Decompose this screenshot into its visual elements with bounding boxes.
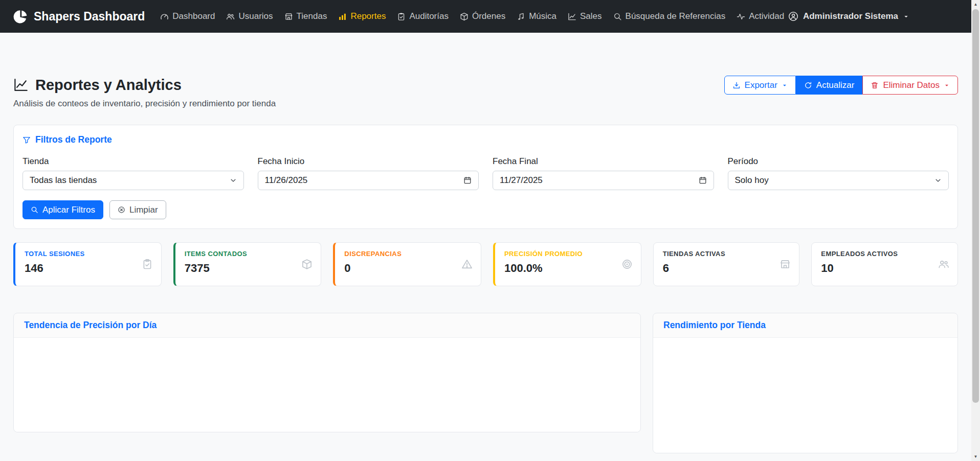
field-label: Tienda [23, 156, 244, 167]
clear-filters-button[interactable]: Limpiar [109, 200, 166, 219]
stat-card-total-sesiones: TOTAL SESIONES 146 [13, 242, 162, 286]
people-icon [938, 259, 949, 270]
clipboard-icon [397, 12, 406, 21]
export-button-label: Exportar [745, 80, 777, 90]
music-note-icon [517, 12, 525, 21]
field-periodo: Período Solo hoy [728, 156, 949, 190]
stat-value: 146 [25, 262, 152, 275]
filters-title-text: Filtros de Reporte [35, 134, 112, 145]
page-title: Reportes y Analytics [13, 76, 276, 94]
speedometer-icon [160, 12, 169, 21]
nav-item-dashboard[interactable]: Dashboard [155, 7, 220, 26]
field-fecha-inicio: Fecha Inicio 11/26/2025 [258, 156, 479, 190]
stats-row: TOTAL SESIONES 146 ITEMS CONTADOS 7375 D… [13, 242, 958, 286]
chart-header: Rendimiento por Tienda [653, 313, 957, 338]
people-icon [226, 12, 235, 21]
chevron-down-icon [934, 177, 942, 184]
chart-title: Tendencia de Precisión por Día [24, 320, 157, 330]
nav-item-busqueda-referencias[interactable]: Búsqueda de Referencias [608, 7, 731, 26]
main-nav: Dashboard Usuarios Tiendas Reportes Audi… [155, 7, 788, 26]
refresh-button-label: Actualizar [816, 80, 855, 90]
trash-icon [871, 81, 879, 89]
tienda-select-value: Todas las tiendas [30, 175, 97, 186]
shop-icon [779, 259, 791, 270]
nav-item-ordenes[interactable]: Órdenes [455, 7, 510, 26]
chart-canvas [14, 338, 640, 432]
nav-item-actividad[interactable]: Actividad [731, 7, 789, 26]
nav-label: Auditorías [409, 11, 449, 21]
box-icon [460, 12, 469, 21]
warning-triangle-icon [461, 259, 473, 270]
stat-card-items-contados: ITEMS CONTADOS 7375 [173, 242, 322, 286]
calendar-icon[interactable] [463, 176, 472, 185]
refresh-icon [804, 81, 812, 89]
caret-down-icon [944, 82, 950, 88]
filter-actions: Aplicar Filtros Limpiar [23, 200, 949, 219]
stat-label: ITEMS CONTADOS [185, 250, 312, 258]
export-button[interactable]: Exportar [724, 76, 796, 95]
stat-label: TIENDAS ACTIVAS [663, 250, 790, 258]
nav-item-musica[interactable]: Música [511, 7, 562, 26]
pie-chart-logo-icon [13, 9, 28, 24]
page-title-text: Reportes y Analytics [35, 76, 182, 94]
stat-value: 10 [821, 262, 948, 275]
top-navbar: Shapers Dashboard Dashboard Usuarios Tie… [0, 0, 971, 33]
field-fecha-final: Fecha Final 11/27/2025 [493, 156, 714, 190]
stat-card-discrepancias: DISCREPANCIAS 0 [333, 242, 481, 286]
fecha-inicio-value: 11/26/2025 [265, 175, 308, 186]
stat-label: PRECISIÓN PROMEDIO [504, 250, 632, 258]
x-circle-icon [118, 206, 125, 214]
calendar-icon[interactable] [699, 176, 707, 185]
stat-value: 0 [344, 262, 472, 275]
scrollbar-thumb[interactable] [972, 9, 979, 403]
fecha-final-value: 11/27/2025 [500, 175, 543, 186]
nav-item-sales[interactable]: Sales [563, 7, 607, 26]
header-actions: Exportar Actualizar Eliminar Datos [724, 76, 958, 95]
stat-value: 6 [663, 262, 790, 275]
chart-canvas [653, 338, 957, 453]
chart-card-precision-trend: Tendencia de Precisión por Día [13, 313, 641, 432]
nav-item-tiendas[interactable]: Tiendas [279, 7, 332, 26]
stat-card-empleados-activos: EMPLEADOS ACTIVOS 10 [811, 242, 958, 286]
caret-down-icon [903, 13, 909, 20]
chart-title: Rendimiento por Tienda [663, 320, 766, 330]
caret-down-icon [782, 82, 788, 88]
refresh-button[interactable]: Actualizar [796, 76, 863, 95]
stat-label: DISCREPANCIAS [344, 250, 472, 258]
funnel-icon [23, 136, 31, 144]
user-menu-label: Administrador Sistema [803, 11, 898, 21]
activity-icon [737, 12, 745, 21]
box-icon [301, 259, 313, 270]
brand[interactable]: Shapers Dashboard [13, 9, 145, 24]
page-content: Reportes y Analytics Análisis de conteos… [0, 76, 971, 453]
apply-filters-button[interactable]: Aplicar Filtros [23, 200, 103, 219]
nav-label: Actividad [749, 11, 784, 21]
page-subtitle: Análisis de conteos de inventario, preci… [13, 98, 276, 109]
nav-label: Órdenes [472, 11, 505, 21]
stat-value: 7375 [185, 262, 312, 275]
scroll-up-arrow-icon[interactable]: ▲ [971, 0, 980, 9]
clipboard-check-icon [142, 259, 153, 270]
nav-item-auditorias[interactable]: Auditorías [392, 7, 454, 26]
delete-data-button[interactable]: Eliminar Datos [862, 76, 958, 95]
nav-item-reportes[interactable]: Reportes [333, 7, 391, 26]
nav-item-usuarios[interactable]: Usuarios [221, 7, 278, 26]
chevron-down-icon [230, 177, 237, 184]
tienda-select[interactable]: Todas las tiendas [23, 171, 244, 190]
field-label: Fecha Inicio [258, 156, 479, 167]
user-menu[interactable]: Administrador Sistema [788, 11, 909, 21]
vertical-scrollbar[interactable]: ▲ ▼ [971, 0, 980, 461]
scroll-down-arrow-icon[interactable]: ▼ [971, 452, 980, 461]
bar-chart-icon [338, 12, 347, 21]
delete-data-button-label: Eliminar Datos [883, 80, 940, 90]
periodo-select[interactable]: Solo hoy [728, 171, 949, 190]
stat-value: 100.0% [504, 262, 632, 275]
stat-label: EMPLEADOS ACTIVOS [821, 250, 948, 258]
stat-card-tiendas-activas: TIENDAS ACTIVAS 6 [653, 242, 800, 286]
nav-label: Dashboard [172, 11, 215, 21]
nav-label: Tiendas [297, 11, 327, 21]
fecha-final-date-input[interactable]: 11/27/2025 [493, 171, 714, 190]
fecha-inicio-date-input[interactable]: 11/26/2025 [258, 171, 479, 190]
nav-label: Usuarios [238, 11, 273, 21]
clear-filters-label: Limpiar [129, 205, 158, 215]
